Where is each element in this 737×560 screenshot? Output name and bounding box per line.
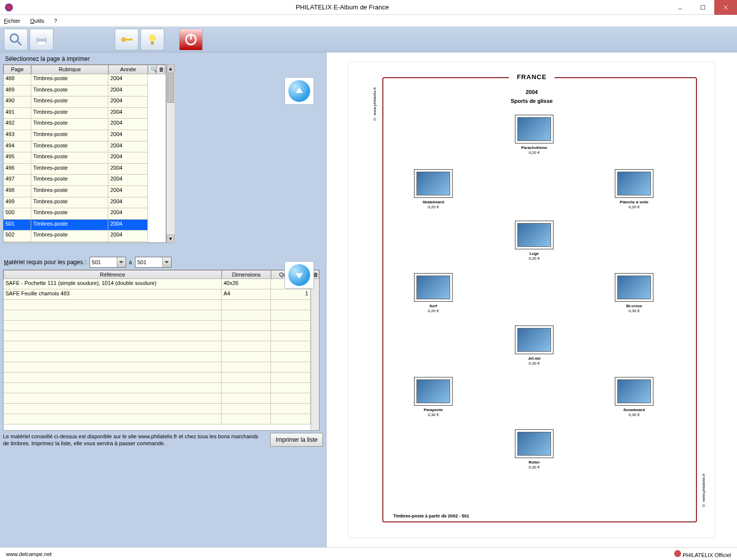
table-row[interactable]: 497Timbres-poste2004	[3, 175, 166, 186]
stamp-caption: Snowboard	[612, 408, 656, 413]
cell-rubrique: Timbres-poste	[31, 141, 108, 153]
stamp-image	[517, 328, 551, 352]
table-row[interactable]: 498Timbres-poste2004	[3, 186, 166, 197]
print-button[interactable]	[30, 29, 53, 50]
stamp-image	[517, 117, 551, 141]
table-row[interactable]: 493Timbres-poste2004	[3, 130, 166, 141]
cell-rubrique: Timbres-poste	[31, 231, 108, 242]
menubar: Fichier Outils ?	[0, 15, 737, 27]
menu-fichier[interactable]: Fichier	[4, 18, 20, 24]
table-row[interactable]: 501Timbres-poste2004	[3, 220, 166, 231]
cell-dimensions	[222, 383, 271, 393]
cell-rubrique: Timbres-poste	[31, 208, 108, 220]
cell-rubrique: Timbres-poste	[31, 130, 108, 141]
cell-rubrique: Timbres-poste	[31, 86, 108, 97]
svg-point-7	[149, 35, 156, 42]
scroll-thumb[interactable]	[167, 73, 174, 103]
cell-dimensions: 40x26	[222, 279, 271, 289]
maximize-button[interactable]	[691, 0, 714, 15]
page-down-button[interactable]	[284, 261, 314, 289]
status-left: www.delcampe.net	[6, 551, 51, 557]
table-row	[3, 373, 311, 383]
stamp-price: 0,30 €	[612, 309, 656, 314]
table-row[interactable]: SAFE - Pochette 111 (simple soudure), 10…	[3, 279, 311, 289]
cell-annee: 2004	[108, 231, 148, 242]
table-row[interactable]: 494Timbres-poste2004	[3, 141, 166, 153]
close-button[interactable]	[714, 0, 737, 15]
col-reference[interactable]: Référence	[3, 270, 222, 279]
stamp-caption: Bi-cross	[612, 304, 656, 309]
menu-outils[interactable]: Outils	[30, 18, 44, 24]
scroll-up-icon[interactable]: ▴	[167, 64, 175, 73]
col-annee[interactable]: Année	[108, 65, 148, 74]
chevron-down-icon[interactable]	[162, 257, 171, 267]
table-row[interactable]: 496Timbres-poste2004	[3, 164, 166, 175]
col-search-icon[interactable]: 🔍	[148, 65, 156, 74]
scroll-down-icon[interactable]: ▾	[167, 234, 175, 243]
stamp-price: 0,20 €	[512, 256, 556, 261]
from-input[interactable]	[90, 257, 117, 267]
materials-scrollbar[interactable]	[311, 279, 319, 430]
cell-page: 490	[3, 96, 31, 108]
cell-dimensions	[222, 321, 271, 331]
stamp-box	[515, 429, 553, 458]
print-list-button[interactable]: Imprimer la liste	[270, 433, 323, 447]
cell-page: 500	[3, 208, 31, 220]
brand-icon	[674, 550, 681, 557]
col-rubrique[interactable]: Rubrique	[31, 65, 108, 74]
table-row	[3, 300, 311, 310]
bulb-button[interactable]	[140, 29, 164, 50]
table-row[interactable]: SAFE Feuille chamois 483A41	[3, 289, 311, 300]
pages-section-label: Sélectionnez la page à imprimer	[5, 55, 323, 62]
table-row	[3, 383, 311, 393]
power-button[interactable]	[179, 29, 203, 50]
cell-rubrique: Timbres-poste	[31, 119, 108, 130]
cell-quantite	[271, 404, 311, 414]
stamp-caption: Parachutisme	[512, 145, 556, 150]
chevron-down-icon[interactable]	[117, 257, 126, 267]
table-row[interactable]: 495Timbres-poste2004	[3, 152, 166, 164]
cell-reference	[3, 393, 222, 404]
svg-point-1	[10, 34, 18, 42]
table-row[interactable]: 502Timbres-poste2004	[3, 231, 166, 242]
stamp-caption: Roller	[512, 460, 556, 465]
cell-reference	[3, 321, 222, 331]
search-button[interactable]	[4, 29, 28, 50]
cell-page: 499	[3, 197, 31, 209]
table-row	[3, 321, 311, 331]
cell-page: 493	[3, 130, 31, 141]
minimize-button[interactable]	[669, 0, 691, 15]
to-input[interactable]	[136, 257, 162, 267]
cell-annee: 2004	[108, 74, 148, 86]
table-row[interactable]: 500Timbres-poste2004	[3, 208, 166, 220]
cell-annee: 2004	[108, 208, 148, 220]
table-row[interactable]: 489Timbres-poste2004	[3, 86, 166, 97]
menu-help[interactable]: ?	[54, 18, 57, 24]
stamp-caption: Surf	[411, 304, 456, 309]
table-row[interactable]: 488Timbres-poste2004	[3, 74, 166, 86]
table-row[interactable]: 492Timbres-poste2004	[3, 119, 166, 130]
table-row[interactable]: 491Timbres-poste2004	[3, 108, 166, 119]
col-delete-icon[interactable]: 🗑	[156, 65, 165, 74]
stamp-box	[615, 273, 653, 302]
col-page[interactable]: Page	[3, 65, 31, 74]
cell-page: 495	[3, 152, 31, 164]
col-dimensions[interactable]: Dimensions	[222, 270, 271, 279]
status-right: PHILATELIX Officiel	[683, 552, 731, 558]
table-row[interactable]: 499Timbres-poste2004	[3, 197, 166, 209]
cell-dimensions	[222, 352, 271, 362]
cell-quantite	[271, 321, 311, 331]
table-row[interactable]: 490Timbres-poste2004	[3, 96, 166, 108]
from-combo[interactable]	[90, 257, 126, 268]
cell-reference: SAFE Feuille chamois 483	[3, 289, 222, 300]
to-combo[interactable]	[135, 257, 172, 268]
cell-page: 494	[3, 141, 31, 153]
stamp-image	[617, 172, 651, 195]
page-up-button[interactable]	[284, 77, 314, 105]
cell-page: 492	[3, 119, 31, 130]
key-button[interactable]	[115, 29, 138, 50]
stamp-box	[414, 169, 453, 198]
svg-rect-3	[38, 35, 45, 39]
pages-scrollbar[interactable]: ▴ ▾	[166, 64, 175, 243]
stamp-box	[515, 221, 553, 249]
